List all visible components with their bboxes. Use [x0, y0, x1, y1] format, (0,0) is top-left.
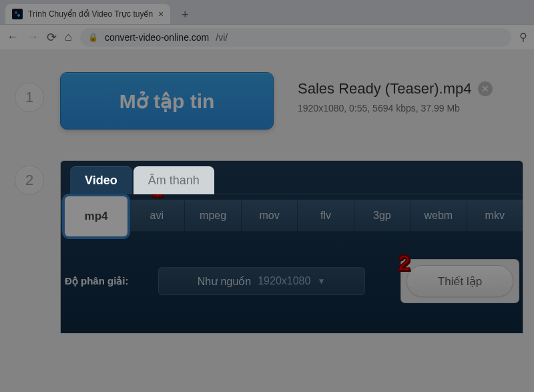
url-path: /vi/	[216, 32, 228, 43]
tab-title: Trình Chuyển đổi Video Trực tuyến	[28, 9, 153, 19]
settings-button[interactable]: Thiết lập	[407, 265, 513, 297]
step-1-badge: 1	[15, 83, 44, 112]
format-tabs: Video Âm thanh	[61, 161, 523, 194]
file-info: Sales Ready (Teaser).mp4 ✕ 1920x1080, 0:…	[298, 80, 493, 114]
format-mpeg[interactable]: mpeg	[185, 200, 241, 231]
file-name: Sales Ready (Teaser).mp4	[298, 80, 471, 97]
format-mov[interactable]: mov	[242, 200, 298, 231]
browser-chrome: Trình Chuyển đổi Video Trực tuyến × + ← …	[0, 0, 534, 49]
lock-icon: 🔒	[88, 33, 98, 42]
step-2-badge: 2	[15, 166, 44, 195]
remove-file-button[interactable]: ✕	[478, 81, 493, 96]
forward-icon: →	[27, 30, 39, 44]
url-field[interactable]: 🔒 convert-video-online.com/vi/	[80, 28, 511, 47]
back-icon[interactable]: ←	[7, 30, 19, 44]
format-active: mp4	[65, 196, 127, 236]
chevron-down-icon: ▼	[317, 276, 325, 286]
open-file-button[interactable]: Mở tập tin	[60, 72, 274, 130]
address-bar: ← → ⟳ ⌂ 🔒 convert-video-online.com/vi/ ⚲	[0, 24, 534, 49]
reload-icon[interactable]: ⟳	[47, 30, 57, 45]
url-host: convert-video-online.com	[105, 32, 209, 43]
favicon-icon	[12, 9, 23, 19]
home-icon[interactable]: ⌂	[65, 30, 72, 44]
format-avi[interactable]: avi	[129, 200, 185, 231]
settings-wrap: Thiết lập	[401, 260, 519, 303]
file-meta: 1920x1080, 0:55, 5694 kbps, 37.99 Mb	[298, 103, 493, 114]
format-panel: Video Âm thanh mp4 avi mpeg mov flv 3gp …	[60, 160, 523, 333]
step-1-row: 1 Mở tập tin Sales Ready (Teaser).mp4 ✕ …	[11, 63, 523, 130]
tab-video[interactable]: Video	[70, 166, 132, 194]
resolution-text: Như nguồn	[198, 275, 252, 288]
format-flv[interactable]: flv	[298, 200, 354, 231]
new-tab-button[interactable]: +	[176, 5, 194, 24]
format-strip: mp4 avi mpeg mov flv 3gp webm mkv	[61, 200, 523, 232]
resolution-value: 1920x1080	[258, 275, 310, 287]
format-3gp[interactable]: 3gp	[354, 200, 411, 231]
tab-bar: Trình Chuyển đổi Video Trực tuyến × +	[0, 0, 534, 24]
tab-close-icon[interactable]: ×	[158, 9, 164, 19]
resolution-row: Độ phân giải: Như nguồn 1920x1080 ▼ Thiế…	[61, 260, 523, 303]
format-webm[interactable]: webm	[411, 200, 467, 231]
search-icon[interactable]: ⚲	[519, 31, 527, 43]
step-2-row: 2 Video Âm thanh mp4 avi mpeg mov flv 3g…	[11, 160, 523, 333]
format-mkv[interactable]: mkv	[467, 200, 523, 231]
resolution-select[interactable]: Như nguồn 1920x1080 ▼	[158, 267, 365, 295]
page-content: 1 Mở tập tin Sales Ready (Teaser).mp4 ✕ …	[0, 49, 534, 392]
format-mp4[interactable]: mp4	[61, 200, 129, 231]
resolution-label: Độ phân giải:	[65, 275, 129, 287]
browser-tab[interactable]: Trình Chuyển đổi Video Trực tuyến ×	[5, 4, 170, 24]
tab-audio[interactable]: Âm thanh	[134, 166, 214, 194]
